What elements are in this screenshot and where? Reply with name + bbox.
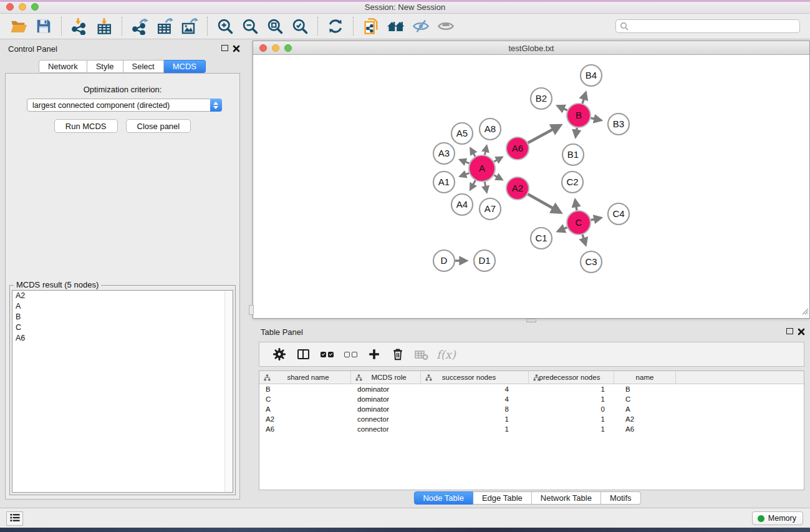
import-table-icon[interactable] (94, 16, 115, 37)
table-row[interactable]: B dominator 4 1 B (259, 384, 804, 394)
graph-node-B1[interactable]: B1 (562, 144, 584, 165)
cell-mcds-role[interactable]: dominator (351, 395, 421, 403)
show-hidden-icon[interactable] (435, 16, 456, 37)
network-graph[interactable]: ABCA6A2B4B2B3B1A5A8A3A1A4A7C2C4C1C3DD1 (253, 55, 809, 319)
cell-shared-name[interactable]: A (259, 405, 351, 413)
cell-mcds-role[interactable]: connector (351, 425, 421, 433)
zoom-fit-icon[interactable] (264, 16, 286, 37)
cell-name[interactable]: C (614, 395, 676, 403)
export-network-icon[interactable] (129, 16, 150, 37)
tab-node-table[interactable]: Node Table (413, 491, 473, 505)
criterion-select[interactable]: largest connected component (directed) (27, 99, 222, 112)
cell-successor-nodes[interactable]: 4 (421, 385, 529, 393)
cell-predecessor-nodes[interactable]: 1 (529, 425, 614, 433)
cell-mcds-role[interactable]: dominator (351, 405, 421, 413)
column-header-shared-name[interactable]: shared name (259, 371, 351, 384)
column-header-successor-nodes[interactable]: successor nodes (421, 371, 529, 384)
clone-network-icon[interactable] (360, 16, 382, 37)
cell-predecessor-nodes[interactable]: 0 (529, 405, 614, 413)
column-header-mcds-role[interactable]: MCDS role (351, 371, 421, 384)
graph-node-A4[interactable]: A4 (451, 194, 473, 215)
node-table[interactable]: shared name MCDS role successor nodes (259, 370, 804, 490)
cell-successor-nodes[interactable]: 8 (421, 405, 529, 413)
graph-node-A1[interactable]: A1 (433, 172, 455, 193)
zoom-in-icon[interactable] (215, 16, 236, 37)
table-row[interactable]: A6 connector 1 1 A6 (259, 424, 804, 434)
tab-network[interactable]: Network (39, 60, 87, 73)
run-mcds-button[interactable]: Run MCDS (54, 119, 118, 133)
mcds-result-list[interactable]: A2 A B C A6 (12, 290, 233, 493)
graph-node-A8[interactable]: A8 (480, 118, 501, 140)
tab-edge-table[interactable]: Edge Table (473, 491, 532, 505)
tab-select[interactable]: Select (123, 60, 164, 73)
delete-table-icon[interactable] (410, 345, 433, 364)
graph-node-B[interactable]: B (567, 104, 591, 127)
graph-node-A7[interactable]: A7 (480, 198, 501, 220)
tab-network-table[interactable]: Network Table (532, 491, 601, 505)
graph-node-B2[interactable]: B2 (531, 88, 552, 109)
cell-shared-name[interactable]: C (259, 395, 351, 403)
network-window-titlebar[interactable]: testGlobe.txt (253, 41, 809, 55)
list-item[interactable]: A6 (12, 333, 233, 344)
horizontal-splitter[interactable] (253, 319, 810, 322)
cell-name[interactable]: A (614, 405, 676, 413)
add-column-icon[interactable] (363, 345, 385, 364)
cell-name[interactable]: A6 (614, 425, 676, 433)
table-row[interactable]: C dominator 4 1 C (259, 394, 804, 404)
cell-successor-nodes[interactable]: 4 (421, 395, 529, 403)
close-panel-button[interactable]: Close panel (126, 119, 191, 133)
settings-gear-icon[interactable] (268, 345, 291, 364)
cell-shared-name[interactable]: A6 (259, 425, 351, 433)
task-history-button[interactable] (6, 511, 23, 526)
graph-node-C4[interactable]: C4 (608, 203, 629, 225)
table-row[interactable]: A dominator 8 0 A (259, 404, 804, 414)
delete-column-icon[interactable] (387, 345, 409, 364)
graph-node-A2[interactable]: A2 (506, 177, 529, 200)
scrollbar-track[interactable] (224, 291, 233, 492)
hide-selected-icon[interactable] (410, 16, 432, 37)
resize-grip-icon[interactable] (800, 306, 809, 317)
cell-name[interactable]: B (614, 385, 676, 393)
import-network-icon[interactable] (69, 16, 90, 37)
zoom-out-icon[interactable] (239, 16, 261, 37)
splitter-handle[interactable] (249, 305, 254, 315)
refresh-icon[interactable] (325, 16, 346, 37)
home-networks-icon[interactable] (385, 16, 407, 37)
graph-node-D1[interactable]: D1 (474, 250, 495, 271)
select-all-checkboxes-icon[interactable] (316, 345, 338, 364)
cell-successor-nodes[interactable]: 1 (421, 425, 529, 433)
list-item[interactable]: A (12, 301, 233, 312)
deselect-all-checkboxes-icon[interactable] (339, 345, 362, 364)
cell-successor-nodes[interactable]: 1 (421, 415, 529, 423)
save-session-icon[interactable] (33, 16, 54, 37)
column-header-predecessor-nodes[interactable]: predecessor nodes (529, 371, 614, 384)
splitter-handle[interactable] (526, 319, 536, 322)
table-row[interactable]: A2 connector 1 1 A2 (259, 414, 804, 424)
graph-node-C1[interactable]: C1 (531, 228, 552, 249)
zoom-selected-icon[interactable] (289, 16, 311, 37)
graph-node-A[interactable]: A (469, 155, 495, 181)
cell-mcds-role[interactable]: dominator (351, 385, 421, 393)
float-panel-icon[interactable] (221, 45, 228, 51)
graph-node-D[interactable]: D (433, 250, 455, 271)
search-input[interactable] (615, 19, 800, 33)
close-panel-icon[interactable] (233, 44, 240, 55)
tab-motifs[interactable]: Motifs (601, 491, 641, 505)
list-item[interactable]: C (12, 322, 233, 333)
cell-predecessor-nodes[interactable]: 1 (529, 415, 614, 423)
graph-node-B4[interactable]: B4 (581, 65, 602, 86)
list-item[interactable]: A2 (12, 291, 233, 301)
open-file-icon[interactable] (8, 16, 29, 37)
graph-node-A6[interactable]: A6 (506, 137, 529, 160)
graph-node-C3[interactable]: C3 (581, 251, 602, 273)
cell-mcds-role[interactable]: connector (351, 415, 421, 423)
export-image-icon[interactable] (179, 16, 200, 37)
function-builder-icon[interactable]: f(x) (436, 348, 456, 361)
graph-node-A3[interactable]: A3 (433, 143, 455, 164)
list-item[interactable]: B (12, 312, 233, 322)
column-header-name[interactable]: name (614, 371, 676, 384)
tab-style[interactable]: Style (87, 60, 123, 73)
cell-name[interactable]: A2 (614, 415, 676, 423)
graph-node-A5[interactable]: A5 (451, 123, 473, 144)
float-panel-icon[interactable] (786, 328, 793, 334)
